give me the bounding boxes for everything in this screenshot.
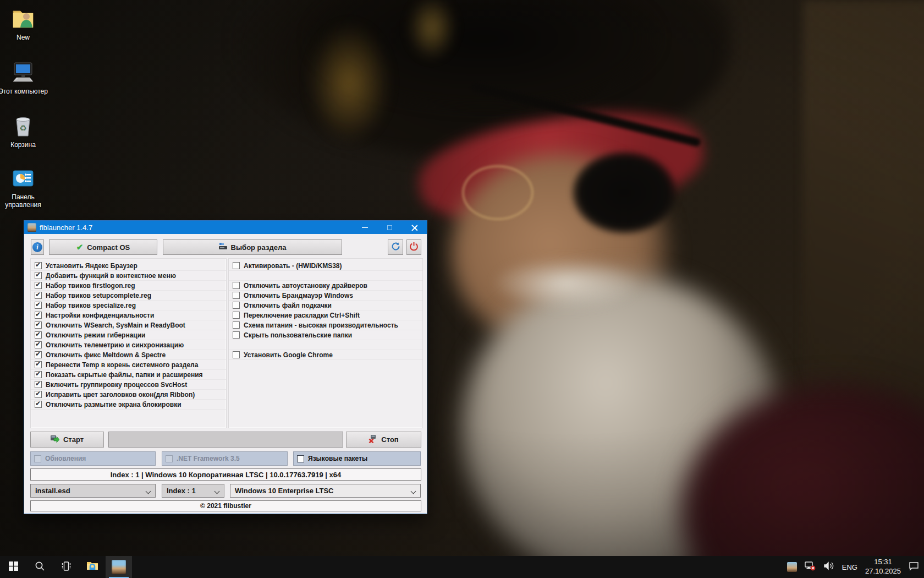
tweak-checkbox-row[interactable]: ✔ Отключить файл подкачки: [229, 301, 422, 310]
desktop-icon-this-pc[interactable]: Этот компьютер: [0, 59, 48, 95]
checkbox: ✔: [35, 262, 42, 269]
tweak-checkbox-row[interactable]: ✔ Набор твиков specialize.reg: [31, 301, 226, 310]
desktop-icon-recycle-bin[interactable]: ♻ Корзина: [0, 113, 48, 149]
tray-app-icon[interactable]: [784, 556, 800, 578]
speaker-icon: [823, 561, 834, 573]
tweak-checkbox-row[interactable]: ✔ Скрыть пользовательские папки: [229, 330, 422, 340]
tweak-checkbox-row[interactable]: ✔ Включить группировку процессов SvcHost: [31, 380, 226, 390]
file-explorer-button[interactable]: [79, 556, 106, 578]
taskbar-app-flblauncher[interactable]: [106, 556, 132, 578]
refresh-icon: [391, 242, 400, 253]
start-menu-button[interactable]: [0, 556, 26, 578]
minimize-icon: [362, 227, 368, 228]
flblauncher-app-icon: [112, 560, 126, 574]
checkbox: ✔: [35, 302, 42, 309]
stop-button[interactable]: Стоп: [346, 432, 421, 448]
task-view-button[interactable]: [53, 556, 79, 578]
window-titlebar[interactable]: flblauncher 1.4.7: [24, 221, 427, 234]
checkbox-label: Отключить Брандмауэр Windows: [244, 292, 353, 299]
tweak-checkbox-row[interactable]: ✔ Схема питания - высокая производительн…: [229, 320, 422, 330]
checkbox: ✔: [233, 331, 240, 339]
tweak-checkbox-row[interactable]: ✔ Отключить телеметрию и синхронизацию: [31, 340, 226, 350]
desktop-icon-new[interactable]: New: [0, 6, 48, 41]
checkbox-label: Добавить функций в контекстное меню: [46, 272, 176, 280]
tweak-checkbox-row[interactable]: ✔ Установить Яндекс Браузер: [31, 261, 226, 271]
image-file-select[interactable]: install.esd: [30, 484, 156, 498]
tweak-checkbox-row[interactable]: ✔: [229, 340, 422, 350]
checkmark-icon: ✔: [35, 310, 41, 318]
start-button[interactable]: Старт: [30, 432, 104, 448]
checkbox: ✔: [35, 292, 42, 299]
checkbox: ✔: [233, 292, 240, 299]
refresh-button[interactable]: [388, 239, 403, 255]
checkmark-icon: ✔: [35, 350, 41, 358]
tweak-checkbox-row[interactable]: ✔ Набор твиков firstlogon.reg: [31, 281, 226, 291]
info-button[interactable]: i: [31, 239, 44, 255]
checkmark-icon: ✔: [35, 400, 41, 407]
checkbox-label: Включить группировку процессов SvcHost: [46, 381, 187, 389]
checkmark-icon: ✔: [35, 340, 41, 348]
minimize-button[interactable]: [353, 221, 377, 234]
flblauncher-tray-icon: [787, 562, 797, 572]
tweak-checkbox-row[interactable]: ✔ Настройки конфиденциальности: [31, 310, 226, 320]
checkbox-label: Схема питания - высокая производительнос…: [244, 321, 398, 329]
language-indicator[interactable]: ENG: [839, 556, 860, 578]
checkbox: ✔: [35, 321, 42, 329]
desktop-icon-label: Корзина: [10, 141, 36, 149]
checkmark-icon: ✔: [35, 291, 41, 298]
clock-time: 15:31: [865, 558, 901, 567]
tweak-checkbox-row[interactable]: ✔: [229, 271, 422, 281]
search-button[interactable]: [26, 556, 53, 578]
checkbox-label: Отключить фикс Meltdown & Spectre: [46, 351, 166, 359]
checkbox-label: Отключить автоустановку драйверов: [244, 282, 367, 290]
tweak-checkbox-row[interactable]: ✔ Отключить фикс Meltdown & Spectre: [31, 350, 226, 360]
tweak-checkbox-row[interactable]: ✔ Перенести Temp в корень системного раз…: [31, 360, 226, 370]
edition-select[interactable]: Windows 10 Enterprise LTSC: [230, 484, 421, 498]
hard-drive-icon: [219, 243, 227, 252]
close-button[interactable]: [402, 221, 427, 234]
tweak-checkbox-row[interactable]: ✔ Переключение раскладки Ctrl+Shift: [229, 310, 422, 320]
checkbox-label: Набор твиков firstlogon.reg: [46, 282, 135, 290]
checkmark-icon: ✔: [35, 330, 41, 338]
tweak-checkbox-row[interactable]: ✔ Отключить размытие экрана блокировки: [31, 400, 226, 410]
checkbox-label: Отключить размытие экрана блокировки: [46, 401, 182, 408]
task-view-icon: [61, 561, 72, 573]
extra-option[interactable]: Обновления: [30, 451, 156, 466]
action-center-button[interactable]: [906, 556, 922, 578]
power-button[interactable]: [406, 239, 421, 255]
control-panel-icon: [10, 165, 36, 192]
extra-option[interactable]: .NET Framework 3.5: [162, 451, 288, 466]
tweak-checkbox-row[interactable]: ✔ Отключить режим гибернации: [31, 330, 226, 340]
index-select[interactable]: Index : 1: [162, 484, 224, 498]
tweak-checkbox-row[interactable]: ✔ Отключить автоустановку драйверов: [229, 281, 422, 291]
tweak-checkbox-row[interactable]: ✔ Установить Google Chrome: [229, 350, 422, 360]
checkbox-label: Отключить телеметрию и синхронизацию: [46, 341, 184, 349]
extra-option[interactable]: Языковые пакеты: [293, 451, 421, 466]
copyright-text: © 2021 flibustier: [200, 502, 251, 510]
tweak-checkbox-row[interactable]: ✔ Добавить функций в контекстное меню: [31, 271, 226, 281]
tweak-checkbox-row[interactable]: ✔ Отключить Брандмауэр Windows: [229, 291, 422, 301]
checkmark-icon: ✔: [35, 360, 41, 368]
compact-os-button[interactable]: ✔ Compact OS: [49, 239, 157, 255]
checkmark-icon: ✔: [35, 271, 41, 279]
checkbox-label: Исправить цвет заголовков окон(для Ribbo…: [46, 391, 195, 399]
maximize-button[interactable]: [377, 221, 402, 234]
clock[interactable]: 15:31 27.10.2025: [862, 556, 904, 578]
tweak-checkbox-row[interactable]: ✔ Показать скрытые файлы, папки и расшир…: [31, 370, 226, 380]
volume-control[interactable]: [821, 556, 837, 578]
language-label: ENG: [842, 563, 857, 571]
desktop-icon-control-panel[interactable]: Панель управления: [0, 165, 48, 209]
desktop-icon-label: New: [16, 34, 30, 41]
checkbox-label: Отключить файл подкачки: [244, 302, 332, 309]
tweak-checkbox-row[interactable]: ✔ Отключить WSearch, SysMain и ReadyBoot: [31, 320, 226, 330]
checkbox: ✔: [233, 262, 240, 269]
tweak-checkbox-row[interactable]: ✔ Исправить цвет заголовков окон(для Rib…: [31, 390, 226, 400]
checkmark-icon: ✔: [35, 320, 41, 328]
partition-select-button[interactable]: Выбор раздела: [163, 239, 342, 255]
tweak-checkbox-row[interactable]: ✔ Набор твиков setupcomplete.reg: [31, 291, 226, 301]
tweak-checkbox-row[interactable]: ✔ Активировать - (HWID/KMS38): [229, 261, 422, 271]
window-app-icon: [28, 223, 36, 232]
select-value: Windows 10 Enterprise LTSC: [235, 487, 334, 495]
stop-label: Стоп: [381, 435, 398, 444]
network-status[interactable]: [802, 556, 818, 578]
